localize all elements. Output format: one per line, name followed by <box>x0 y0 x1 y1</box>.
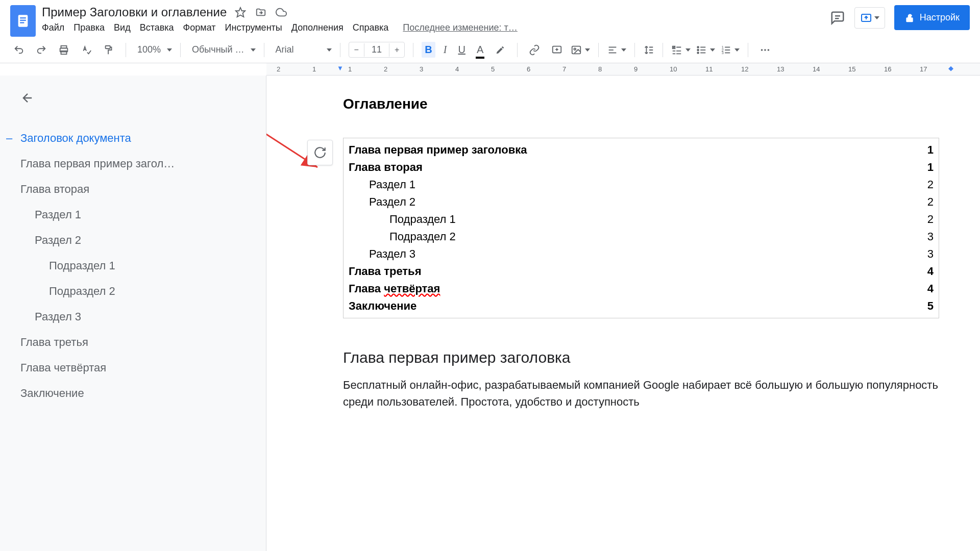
comments-icon[interactable] <box>830 10 845 26</box>
menu-format[interactable]: Формат <box>183 22 216 33</box>
outline-item[interactable]: Глава четвёртая <box>20 355 246 381</box>
style-dropdown[interactable]: Обычный … <box>189 44 256 55</box>
outline-item[interactable]: Раздел 3 <box>20 304 246 330</box>
refresh-toc-button[interactable] <box>307 140 333 165</box>
toc-title: Заключение <box>349 299 416 313</box>
toc-row[interactable]: Раздел 33 <box>349 245 934 263</box>
ruler-mark: 2 <box>384 65 387 73</box>
ruler-mark: 1 <box>312 65 316 73</box>
ruler[interactable]: ▼ ◆ 211234567891011121314151617 <box>266 63 980 76</box>
toc-title: Раздел 2 <box>369 195 415 209</box>
checklist-icon[interactable] <box>671 44 691 56</box>
last-edit-link[interactable]: Последнее изменение: т… <box>403 22 517 33</box>
font-size-decrease[interactable]: − <box>349 43 364 57</box>
undo-icon[interactable] <box>10 42 28 58</box>
outline-back-icon[interactable] <box>20 91 246 105</box>
ruler-mark: 8 <box>598 65 602 73</box>
menu-edit[interactable]: Правка <box>74 22 105 33</box>
star-icon[interactable] <box>235 7 246 18</box>
document-title[interactable]: Пример Заголовки и оглавление <box>42 5 227 19</box>
menu-file[interactable]: Файл <box>42 22 64 33</box>
italic-icon[interactable]: I <box>440 42 450 58</box>
ruler-mark: 11 <box>705 65 713 73</box>
bold-icon[interactable]: B <box>422 42 435 58</box>
underline-icon[interactable]: U <box>455 42 468 58</box>
toc-row[interactable]: Раздел 22 <box>349 193 934 211</box>
move-icon[interactable] <box>255 7 266 18</box>
outline-item[interactable]: Глава первая пример загол… <box>20 151 246 177</box>
toc-page: 3 <box>927 247 934 261</box>
image-dropdown[interactable] <box>571 44 590 56</box>
cloud-icon[interactable] <box>276 7 287 18</box>
bullet-list-dropdown[interactable] <box>696 44 715 56</box>
toc-page: 2 <box>927 213 934 226</box>
toc-row[interactable]: Глава первая пример заголовка1 <box>349 141 934 159</box>
ruler-right-indent[interactable]: ◆ <box>948 64 953 72</box>
menu-help[interactable]: Справка <box>353 22 389 33</box>
numbered-list-dropdown[interactable]: 123 <box>720 44 740 56</box>
svg-text:3: 3 <box>722 51 724 55</box>
ruler-mark: 7 <box>562 65 566 73</box>
outline-item[interactable]: Глава вторая <box>20 177 246 202</box>
svg-point-23 <box>697 52 699 54</box>
toc-page: 5 <box>927 299 934 313</box>
toc-page: 4 <box>927 265 934 278</box>
table-of-contents[interactable]: Глава первая пример заголовка1Глава втор… <box>343 138 939 318</box>
settings-label: Настройк <box>920 12 960 23</box>
ruler-mark: 16 <box>884 65 891 73</box>
toc-page: 1 <box>927 161 934 174</box>
menu-insert[interactable]: Вставка <box>140 22 174 33</box>
menu-view[interactable]: Вид <box>114 22 131 33</box>
chapter-heading: Глава первая пример заголовка <box>343 349 939 366</box>
toc-row[interactable]: Подраздел 12 <box>349 211 934 228</box>
toc-title: Раздел 3 <box>369 247 415 261</box>
document-canvas[interactable]: Оглавление Глава первая пример заголовка… <box>266 76 980 551</box>
share-settings-button[interactable]: Настройк <box>894 5 970 30</box>
toc-page: 1 <box>927 143 934 157</box>
comment-add-icon[interactable] <box>548 42 566 58</box>
body-paragraph: Бесплатный онлайн-офис, разрабатываемый … <box>343 377 939 410</box>
docs-logo[interactable] <box>10 5 36 37</box>
font-size-value[interactable]: 11 <box>364 42 389 57</box>
toc-row[interactable]: Глава третья4 <box>349 263 934 280</box>
ruler-mark: 15 <box>848 65 855 73</box>
svg-point-22 <box>697 49 699 51</box>
menu-addons[interactable]: Дополнения <box>291 22 344 33</box>
highlight-icon[interactable] <box>492 42 509 58</box>
font-size-increase[interactable]: + <box>389 43 404 57</box>
outline-item[interactable]: Глава третья <box>20 330 246 355</box>
ruler-left-indent[interactable]: ▼ <box>337 64 344 72</box>
more-icon[interactable] <box>756 42 774 58</box>
toc-row[interactable]: Раздел 12 <box>349 176 934 193</box>
outline-item[interactable]: Заголовок документа <box>20 126 246 151</box>
ruler-mark: 4 <box>455 65 459 73</box>
svg-rect-3 <box>20 22 24 23</box>
font-dropdown[interactable]: Arial <box>273 44 332 55</box>
menu-tools[interactable]: Инструменты <box>225 22 282 33</box>
toc-title: Глава четвёртая <box>349 282 440 295</box>
toc-row[interactable]: Глава вторая1 <box>349 159 934 176</box>
svg-point-35 <box>768 49 770 51</box>
toc-row[interactable]: Заключение5 <box>349 297 934 315</box>
outline-item[interactable]: Раздел 1 <box>20 202 246 228</box>
link-icon[interactable] <box>526 42 543 58</box>
line-spacing-dropdown[interactable] <box>643 44 654 56</box>
outline-item[interactable]: Подраздел 1 <box>20 253 246 279</box>
outline-item[interactable]: Подраздел 2 <box>20 279 246 304</box>
text-color-icon[interactable]: A <box>474 42 486 58</box>
print-icon[interactable] <box>55 42 72 58</box>
spellcheck-icon[interactable] <box>78 42 95 58</box>
toc-row[interactable]: Подраздел 23 <box>349 228 934 245</box>
outline-item[interactable]: Раздел 2 <box>20 228 246 253</box>
outline-item[interactable]: Заключение <box>20 381 246 406</box>
ruler-mark: 9 <box>634 65 638 73</box>
redo-icon[interactable] <box>33 42 50 58</box>
ruler-mark: 2 <box>277 65 280 73</box>
present-button[interactable] <box>854 7 885 29</box>
toc-row[interactable]: Глава четвёртая4 <box>349 280 934 297</box>
align-dropdown[interactable] <box>607 44 626 56</box>
ruler-mark: 1 <box>348 65 352 73</box>
zoom-dropdown[interactable]: 100% <box>134 44 172 55</box>
paint-format-icon[interactable] <box>100 42 117 58</box>
svg-point-34 <box>764 49 766 51</box>
